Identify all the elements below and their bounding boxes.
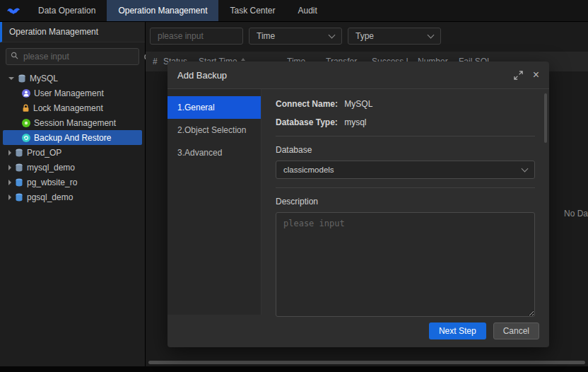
column-header-index: # bbox=[146, 57, 163, 66]
database-type-value: mysql bbox=[344, 117, 366, 127]
tree-node-label: pg_wbsite_ro bbox=[27, 178, 77, 187]
chevron-down-icon[interactable] bbox=[8, 77, 14, 80]
divider bbox=[276, 136, 535, 136]
user-icon bbox=[22, 89, 30, 98]
time-filter-select[interactable]: Time bbox=[249, 28, 342, 45]
chevron-down-icon bbox=[522, 165, 529, 173]
chevron-down-icon bbox=[428, 32, 435, 39]
tree-node-label: User Management bbox=[34, 88, 104, 98]
top-navbar: Data Operation Operation Management Task… bbox=[0, 0, 588, 22]
horizontal-scrollbar[interactable] bbox=[148, 361, 585, 364]
tree-node-mysql-demo[interactable]: mysql_demo bbox=[3, 160, 142, 175]
postgres-connection-icon bbox=[15, 193, 23, 202]
tree-node-lock-management[interactable]: Lock Management bbox=[3, 100, 142, 115]
backup-icon bbox=[22, 134, 30, 142]
tree-node-label: pgsql_demo bbox=[27, 192, 73, 202]
app-root: Data Operation Operation Management Task… bbox=[0, 0, 588, 372]
dialog-header: Add Backup × bbox=[167, 62, 549, 89]
type-filter-label: Type bbox=[355, 31, 374, 41]
tree-node-label: Lock Management bbox=[33, 103, 103, 113]
filter-search-input[interactable] bbox=[156, 30, 237, 42]
tree-node-backup-and-restore[interactable]: Backup And Restore bbox=[3, 130, 142, 145]
nav-tab-task-center[interactable]: Task Center bbox=[218, 0, 286, 21]
step-advanced[interactable]: 3.Advanced bbox=[167, 141, 261, 164]
sidebar-title: Operation Management bbox=[0, 22, 145, 42]
search-icon bbox=[11, 52, 18, 62]
nav-tab-data-operation[interactable]: Data Operation bbox=[27, 0, 107, 21]
description-textarea[interactable] bbox=[276, 212, 535, 317]
sidebar: Operation Management MySQL bbox=[0, 22, 146, 366]
add-backup-dialog: Add Backup × 1.General 2.Object Selectio… bbox=[167, 62, 549, 347]
wizard-steps: 1.General 2.Object Selection 3.Advanced bbox=[167, 89, 261, 315]
session-icon bbox=[22, 119, 30, 127]
sidebar-search-input[interactable] bbox=[22, 51, 134, 62]
tree-node-pg-wbsite-ro[interactable]: pg_wbsite_ro bbox=[3, 175, 142, 190]
sidebar-search-box[interactable] bbox=[6, 48, 139, 65]
next-step-button[interactable]: Next Step bbox=[429, 322, 486, 339]
tree-node-mysql[interactable]: MySQL bbox=[3, 71, 142, 86]
tree-node-user-management[interactable]: User Management bbox=[3, 86, 142, 100]
dialog-title: Add Backup bbox=[177, 70, 504, 81]
connect-name-value: MySQL bbox=[344, 99, 372, 109]
database-field-label: Database bbox=[276, 145, 535, 155]
tree-node-label: Prod_OP bbox=[27, 148, 61, 158]
chevron-down-icon bbox=[329, 32, 336, 39]
tree-node-prod-op[interactable]: Prod_OP bbox=[3, 145, 142, 160]
database-select-value: classicmodels bbox=[283, 165, 334, 174]
mysql-connection-icon bbox=[18, 74, 26, 83]
nav-tab-audit[interactable]: Audit bbox=[287, 0, 329, 21]
tree-node-label: mysql_demo bbox=[27, 163, 75, 173]
chevron-right-icon[interactable] bbox=[8, 194, 11, 200]
connect-name-row: Connect Name: MySQL bbox=[276, 99, 535, 109]
lock-icon bbox=[22, 104, 30, 112]
database-type-row: Database Type: mysql bbox=[276, 117, 535, 127]
chevron-right-icon[interactable] bbox=[8, 180, 11, 185]
tree-node-label: MySQL bbox=[30, 74, 58, 83]
mysql-connection-icon bbox=[15, 149, 23, 157]
description-field-label: Description bbox=[276, 197, 535, 207]
type-filter-select[interactable]: Type bbox=[348, 28, 441, 45]
table-empty-state: No Data bbox=[564, 209, 588, 219]
postgres-connection-icon bbox=[15, 178, 23, 187]
chevron-right-icon[interactable] bbox=[8, 165, 11, 170]
step-general-panel: Connect Name: MySQL Database Type: mysql… bbox=[261, 89, 549, 315]
dialog-vertical-scrollbar[interactable] bbox=[544, 93, 547, 143]
chevron-right-icon[interactable] bbox=[8, 150, 11, 156]
database-type-label: Database Type: bbox=[276, 117, 338, 127]
sidebar-search-row bbox=[0, 42, 145, 68]
nav-tab-operation-management[interactable]: Operation Management bbox=[107, 0, 218, 21]
filter-search-box[interactable] bbox=[150, 28, 243, 45]
tree-node-session-management[interactable]: Session Management bbox=[3, 115, 142, 130]
dialog-body: 1.General 2.Object Selection 3.Advanced … bbox=[167, 89, 549, 315]
tree-node-label: Session Management bbox=[34, 118, 116, 128]
mysql-connection-icon bbox=[15, 163, 23, 172]
step-general[interactable]: 1.General bbox=[167, 96, 261, 119]
time-filter-label: Time bbox=[257, 31, 275, 41]
connect-name-label: Connect Name: bbox=[276, 99, 338, 109]
connection-tree: MySQL User Management Lock Management Se… bbox=[0, 68, 145, 204]
database-select[interactable]: classicmodels bbox=[276, 161, 535, 179]
step-object-selection[interactable]: 2.Object Selection bbox=[167, 119, 261, 141]
cancel-button[interactable]: Cancel bbox=[493, 322, 539, 339]
tree-node-pgsql-demo[interactable]: pgsql_demo bbox=[3, 190, 142, 204]
close-icon[interactable]: × bbox=[533, 69, 539, 81]
tree-node-label: Backup And Restore bbox=[34, 133, 111, 143]
app-logo-icon bbox=[0, 0, 27, 21]
divider bbox=[276, 187, 535, 188]
expand-icon[interactable] bbox=[514, 71, 523, 80]
dialog-footer: Next Step Cancel bbox=[167, 315, 549, 347]
